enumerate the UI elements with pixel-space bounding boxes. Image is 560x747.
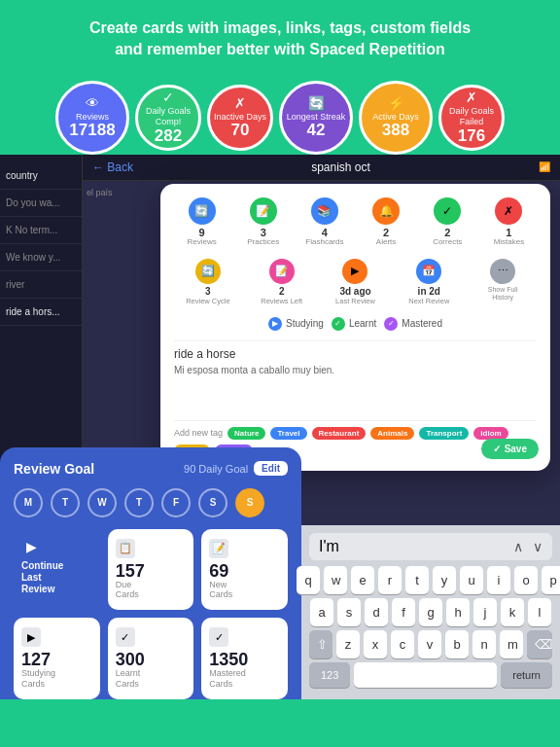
review-goal-panel: Review Goal 90 Daily Goal Edit M T W T F… — [0, 447, 301, 699]
learnt-cards-card[interactable]: ✓ 300 LearntCards — [108, 618, 194, 699]
key-h[interactable]: h — [446, 598, 470, 626]
key-i[interactable]: i — [487, 566, 510, 594]
key-d[interactable]: d — [365, 598, 388, 626]
day-tuesday[interactable]: T — [51, 488, 80, 517]
day-friday[interactable]: F — [161, 488, 191, 517]
status-studying: ▶ Studying — [268, 317, 324, 331]
key-x[interactable]: x — [364, 630, 387, 658]
detail-last-review: ▶ 3d ago Last Review — [322, 259, 390, 305]
new-cards-card[interactable]: 📝 69 NewCards — [201, 529, 288, 611]
key-e[interactable]: e — [351, 566, 374, 594]
card-translation: Mi esposa monta a caballo muy bien. — [174, 365, 537, 375]
continue-review-card[interactable]: ▶ ContinueLastReview — [14, 529, 100, 611]
studying-label: Studying — [286, 318, 324, 329]
reviews-left-icon: 📝 — [269, 259, 295, 284]
key-q[interactable]: q — [297, 566, 320, 594]
key-j[interactable]: j — [473, 598, 497, 626]
key-z[interactable]: z — [336, 630, 360, 658]
keyboard-area: I'm ∧ ∨ q w e r t y u i o p a s d f g h … — [301, 525, 560, 699]
bubble-goals-failed[interactable]: ✗ Daily Goals Failed 176 — [438, 85, 505, 151]
key-o[interactable]: o — [514, 566, 538, 594]
space-key[interactable] — [354, 662, 497, 688]
status-learnt: ✓ Learnt — [332, 317, 376, 331]
stat-mistakes: ✗ 1 Mistakes — [481, 197, 537, 247]
key-n[interactable]: n — [472, 630, 496, 658]
tag-animals[interactable]: Animals — [370, 427, 414, 440]
numbers-key[interactable]: 123 — [309, 662, 350, 688]
learnt-label: Learnt — [349, 318, 376, 329]
bubble-active[interactable]: ⚡ Active Days 388 — [359, 81, 433, 155]
key-t[interactable]: t — [405, 566, 429, 594]
key-b[interactable]: b — [445, 630, 469, 658]
key-g[interactable]: g — [419, 598, 442, 626]
key-l[interactable]: l — [528, 598, 551, 626]
due-cards-card[interactable]: 📋 157 DueCards — [108, 529, 194, 611]
stat-flashcards-label: Flashcards — [305, 238, 343, 247]
review-goal-title: Review Goal — [14, 461, 94, 477]
tag-idiom[interactable]: idiom — [473, 427, 508, 440]
bubble-daily-goals[interactable]: ✓ Daily Goals Comp! 282 — [135, 85, 201, 151]
mastered-label: Mastered — [402, 318, 442, 329]
key-f[interactable]: f — [392, 598, 415, 626]
shift-key[interactable]: ⇧ — [309, 630, 332, 658]
mastered-cards-card[interactable]: ✓ 1350 MasteredCards — [201, 618, 288, 699]
sidebar-item-river[interactable]: river — [0, 271, 82, 299]
day-thursday[interactable]: T — [124, 488, 154, 517]
day-sunday[interactable]: S — [235, 488, 264, 517]
stat-reviews-label: Reviews — [187, 238, 216, 247]
key-s[interactable]: s — [337, 598, 361, 626]
mastered-cards-icon: ✓ — [209, 627, 228, 647]
mastered-cards-number: 1350 — [209, 651, 248, 668]
bubble-active-value: 388 — [382, 122, 409, 140]
due-cards-number: 157 — [116, 562, 145, 580]
save-check-icon: ✓ — [493, 444, 501, 454]
key-v[interactable]: v — [418, 630, 441, 658]
key-m[interactable]: m — [500, 630, 523, 658]
bubble-reviews[interactable]: 👁 Reviews 17188 — [55, 81, 129, 155]
banner-line2: and remember better with — [115, 41, 309, 57]
edit-button[interactable]: Edit — [254, 461, 288, 476]
bubble-streak[interactable]: 🔄 Longest Streak 42 — [279, 81, 353, 155]
key-u[interactable]: u — [460, 566, 483, 594]
stat-alerts-label: Alerts — [376, 238, 396, 247]
save-button[interactable]: ✓ Save — [481, 439, 539, 459]
divider-bottom — [174, 420, 537, 421]
key-p[interactable]: p — [542, 566, 560, 594]
tag-restaurant[interactable]: Restaurant — [312, 427, 367, 440]
days-row: M T W T F S S — [14, 488, 288, 517]
next-review-icon: 📅 — [416, 259, 441, 284]
detail-full-history[interactable]: ⋯ Show FullHistory — [469, 259, 537, 305]
back-button[interactable]: ← Back — [92, 160, 133, 174]
tag-travel[interactable]: Travel — [270, 427, 306, 440]
arrow-down-icon[interactable]: ∨ — [533, 539, 542, 554]
tag-nature[interactable]: Nature — [228, 427, 265, 440]
key-c[interactable]: c — [391, 630, 414, 658]
key-a[interactable]: a — [310, 598, 333, 626]
sidebar-item-dowant[interactable]: Do you wa... — [0, 190, 82, 217]
key-r[interactable]: r — [378, 566, 402, 594]
stats-bubbles-row: 👁 Reviews 17188 ✓ Daily Goals Comp! 282 … — [0, 71, 560, 155]
sidebar-item-ridehorse[interactable]: ride a hors... — [0, 299, 82, 326]
key-w[interactable]: w — [324, 566, 347, 594]
continue-icon: ▶ — [21, 537, 41, 556]
new-cards-icon: 📝 — [209, 539, 228, 558]
tag-transport[interactable]: Transport — [419, 427, 469, 440]
card-phrase: ride a horse — [174, 347, 537, 361]
day-wednesday[interactable]: W — [88, 488, 117, 517]
arrow-up-icon[interactable]: ∧ — [513, 539, 523, 554]
day-saturday[interactable]: S — [198, 488, 228, 517]
sidebar-item-weknow[interactable]: We know y... — [0, 244, 82, 271]
detail-rl-label: Reviews Left — [261, 297, 302, 305]
sidebar-item-noterm[interactable]: K No term... — [0, 217, 82, 244]
sidebar-item-country[interactable]: country — [0, 162, 82, 190]
mastered-dot: ✓ — [384, 317, 398, 331]
day-monday[interactable]: M — [14, 488, 43, 517]
key-k[interactable]: k — [501, 598, 524, 626]
return-key[interactable]: return — [501, 662, 552, 688]
delete-key[interactable]: ⌫ — [527, 630, 552, 658]
key-y[interactable]: y — [433, 566, 456, 594]
bubble-inactive[interactable]: ✗ Inactive Days 70 — [207, 85, 273, 151]
main-content: country Do you wa... K No term... We kno… — [0, 155, 560, 699]
reviews-icon: 🔄 — [189, 197, 216, 225]
studying-cards-card[interactable]: ▶ 127 StudyingCards — [14, 618, 100, 699]
